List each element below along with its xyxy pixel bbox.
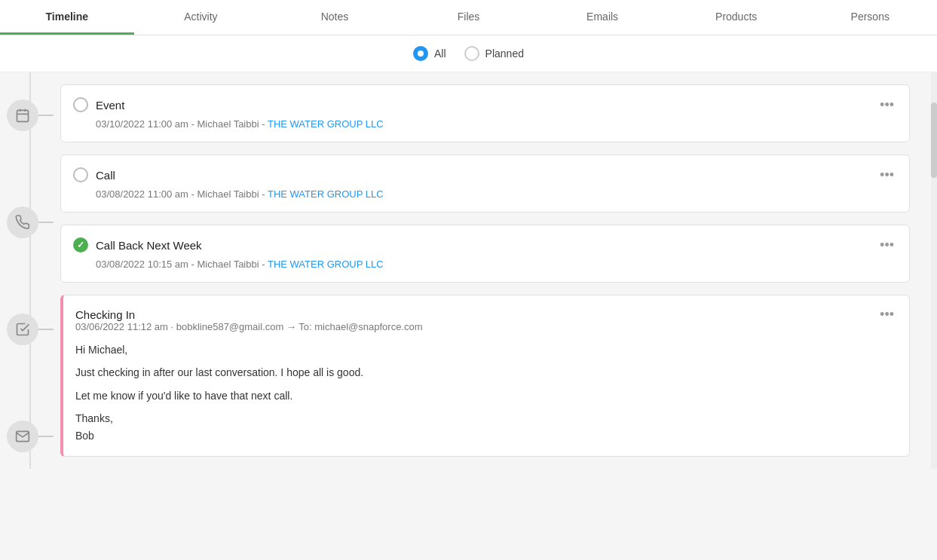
call-more-button[interactable]: ••• bbox=[877, 168, 897, 182]
filter-planned-option[interactable]: Planned bbox=[464, 46, 524, 61]
nav-tab-timeline[interactable]: Timeline bbox=[0, 0, 134, 35]
nav-label-emails: Emails bbox=[586, 11, 618, 23]
nav-tab-files[interactable]: Files bbox=[402, 0, 536, 35]
event-dash bbox=[38, 115, 54, 116]
nav-tab-products[interactable]: Products bbox=[669, 0, 804, 35]
email-icon-container bbox=[7, 421, 38, 452]
task-dash bbox=[38, 329, 54, 330]
filter-all-radio[interactable] bbox=[413, 46, 428, 61]
event-icon-container bbox=[7, 99, 38, 131]
nav-label-products: Products bbox=[715, 11, 757, 23]
call-icon-container bbox=[7, 207, 38, 238]
nav-label-files: Files bbox=[458, 11, 480, 23]
filter-bar: All Planned bbox=[0, 35, 937, 72]
task-meta: 03/08/2022 10:15 am - Michael Taibbi - T… bbox=[73, 259, 897, 270]
task-more-button[interactable]: ••• bbox=[877, 238, 897, 252]
email-meta: 03/06/2022 11:12 am · bobkline587@gmail.… bbox=[75, 321, 897, 332]
nav-label-persons: Persons bbox=[851, 11, 890, 23]
task-person: Michael Taibbi bbox=[197, 259, 259, 270]
call-date: 03/08/2022 11:00 am bbox=[96, 188, 188, 200]
svg-rect-0 bbox=[17, 110, 29, 121]
nav-label-notes: Notes bbox=[321, 11, 349, 23]
nav-tab-notes[interactable]: Notes bbox=[268, 0, 402, 35]
nav-label-timeline: Timeline bbox=[46, 11, 89, 23]
nav-tab-activity[interactable]: Activity bbox=[134, 0, 268, 35]
email-more-button[interactable]: ••• bbox=[877, 308, 897, 321]
email-from: bobkline587@gmail.com bbox=[176, 321, 284, 332]
call-person: Michael Taibbi bbox=[197, 188, 259, 200]
email-sig: Bob bbox=[75, 427, 897, 444]
filter-planned-radio[interactable] bbox=[464, 46, 479, 61]
event-dash-sep2: - bbox=[262, 118, 268, 130]
email-greeting: Hi Michael, bbox=[75, 341, 897, 358]
call-dash-sep2: - bbox=[262, 188, 268, 200]
task-date: 03/08/2022 10:15 am bbox=[96, 259, 188, 270]
event-status-circle[interactable] bbox=[73, 97, 88, 112]
call-card-header: Call ••• bbox=[73, 167, 897, 182]
event-person: Michael Taibbi bbox=[197, 118, 259, 130]
event-date: 03/10/2022 11:00 am bbox=[96, 118, 188, 130]
nav-tab-persons[interactable]: Persons bbox=[803, 0, 937, 35]
cards-column: Event ••• 03/10/2022 11:00 am - Michael … bbox=[60, 72, 931, 469]
top-navigation: Timeline Activity Notes Files Emails Pro… bbox=[0, 0, 937, 35]
filter-all-label: All bbox=[434, 47, 446, 60]
event-more-button[interactable]: ••• bbox=[877, 98, 897, 112]
event-company-link[interactable]: THE WATER GROUP LLC bbox=[268, 118, 384, 130]
task-icon-container bbox=[7, 314, 38, 345]
task-company-link[interactable]: THE WATER GROUP LLC bbox=[268, 259, 384, 270]
email-title: Checking In bbox=[75, 308, 135, 321]
email-body: Hi Michael, Just checking in after our l… bbox=[75, 341, 897, 444]
call-status-circle[interactable] bbox=[73, 167, 88, 182]
email-dash bbox=[38, 436, 54, 437]
email-date: 03/06/2022 11:12 am bbox=[75, 321, 168, 332]
filter-planned-label: Planned bbox=[485, 47, 524, 60]
task-title: Call Back Next Week bbox=[96, 239, 202, 252]
task-card: Call Back Next Week ••• 03/08/2022 10:15… bbox=[60, 225, 910, 283]
task-dash-sep2: - bbox=[262, 259, 268, 270]
email-line2: Let me know if you'd like to have that n… bbox=[75, 387, 897, 404]
email-to: michael@snapforce.com bbox=[314, 321, 422, 332]
event-card-header: Event ••• bbox=[73, 97, 897, 112]
main-content: Event ••• 03/10/2022 11:00 am - Michael … bbox=[0, 72, 937, 469]
scrollbar-thumb[interactable] bbox=[931, 103, 937, 178]
task-status-circle[interactable] bbox=[73, 237, 88, 252]
scrollbar-track[interactable] bbox=[931, 72, 937, 469]
task-card-header: Call Back Next Week ••• bbox=[73, 237, 897, 252]
call-dash bbox=[38, 222, 54, 223]
call-card: Call ••• 03/08/2022 11:00 am - Michael T… bbox=[60, 155, 910, 213]
email-thanks: Thanks, bbox=[75, 410, 897, 427]
event-card: Event ••• 03/10/2022 11:00 am - Michael … bbox=[60, 84, 910, 142]
call-title-row: Call bbox=[73, 167, 115, 182]
timeline-vertical-line bbox=[29, 72, 31, 469]
task-title-row: Call Back Next Week bbox=[73, 237, 202, 252]
timeline-rail bbox=[0, 72, 60, 469]
nav-label-activity: Activity bbox=[184, 11, 217, 23]
event-title-row: Event bbox=[73, 97, 124, 112]
event-meta: 03/10/2022 11:00 am - Michael Taibbi - T… bbox=[73, 118, 897, 130]
event-title: Event bbox=[96, 99, 124, 112]
call-title: Call bbox=[96, 169, 115, 182]
email-card: Checking In ••• 03/06/2022 11:12 am · bo… bbox=[60, 295, 910, 457]
email-arrow: → To: bbox=[286, 321, 314, 332]
filter-all-option[interactable]: All bbox=[413, 46, 446, 61]
call-company-link[interactable]: THE WATER GROUP LLC bbox=[268, 188, 384, 200]
nav-tab-emails[interactable]: Emails bbox=[535, 0, 669, 35]
email-card-header: Checking In ••• bbox=[75, 308, 897, 321]
email-from-sep: · bbox=[171, 321, 176, 332]
call-meta: 03/08/2022 11:00 am - Michael Taibbi - T… bbox=[73, 188, 897, 200]
email-line1: Just checking in after our last conversa… bbox=[75, 364, 897, 381]
